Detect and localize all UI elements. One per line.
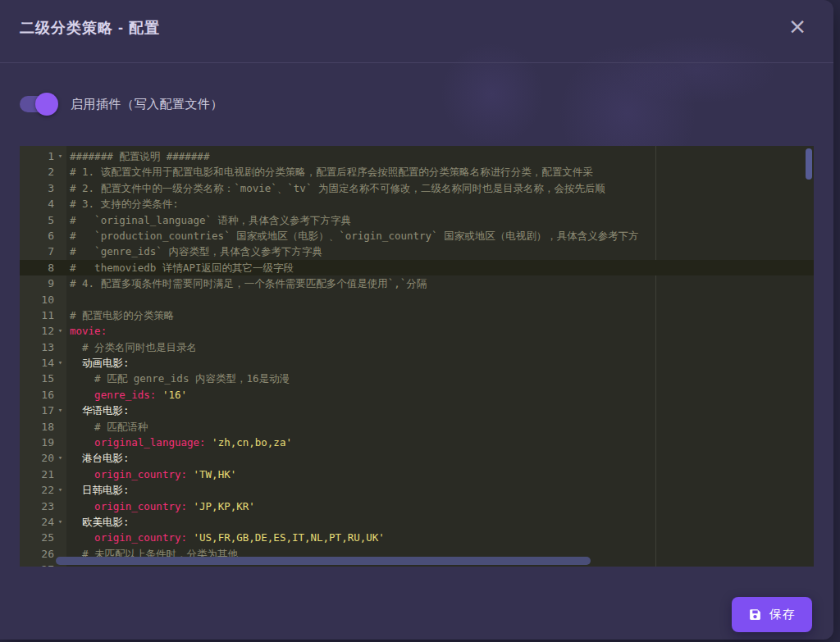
code-line[interactable]: 1▾ ####### 配置说明 ####### <box>20 148 814 164</box>
line-code: # themoviedb 详情API返回的其它一级字段 <box>66 260 814 275</box>
line-code: # 2. 配置文件中的一级分类名称：`movie`、`tv` 为固定名称不可修改… <box>66 180 814 196</box>
save-button-label: 保存 <box>769 607 796 622</box>
code-line[interactable]: 25 origin_country: 'US,FR,GB,DE,ES,IT,NL… <box>20 530 814 545</box>
line-number: 3 <box>20 180 54 196</box>
code-line[interactable]: 5 # `original_language` 语种，具体含义参考下方字典 <box>20 212 814 228</box>
save-icon <box>748 608 762 622</box>
line-code <box>66 292 814 307</box>
line-code: origin_country: 'US,FR,GB,DE,ES,IT,NL,PT… <box>66 530 814 545</box>
code-line[interactable]: 4 # 3. 支持的分类条件: <box>20 196 814 212</box>
line-number: 9 <box>20 275 54 291</box>
line-number: 4 <box>20 196 54 212</box>
horizontal-scrollbar[interactable] <box>56 557 591 565</box>
line-code: # 1. 该配置文件用于配置电影和电视剧的分类策略，配置后程序会按照配置的分类策… <box>66 164 814 180</box>
line-number: 26 <box>20 546 54 562</box>
dialog-title: 二级分类策略 - 配置 <box>20 18 160 38</box>
line-number: 18 <box>20 419 54 435</box>
line-number: 14 <box>20 355 54 371</box>
toggle-thumb <box>35 93 58 116</box>
code-line[interactable]: 13 # 分类名同时也是目录名 <box>20 339 814 355</box>
line-code: # `genre_ids` 内容类型，具体含义参考下方字典 <box>66 244 814 259</box>
config-dialog: 二级分类策略 - 配置 × 启用插件（写入配置文件） 1▾ ####### 配置… <box>0 0 833 640</box>
enable-plugin-row: 启用插件（写入配置文件） <box>20 93 223 116</box>
code-line[interactable]: 23 origin_country: 'JP,KP,KR' <box>20 499 814 514</box>
line-number: 11 <box>20 307 54 323</box>
line-code: 欧美电影: <box>66 514 814 530</box>
code-line[interactable]: 10 <box>20 292 814 307</box>
fold-toggle-icon[interactable]: ▾ <box>54 514 66 530</box>
code-line[interactable]: 15 # 匹配 genre_ids 内容类型，16是动漫 <box>20 371 814 386</box>
line-number: 20 <box>20 450 54 466</box>
line-number: 12 <box>20 323 54 339</box>
line-number: 7 <box>20 244 54 259</box>
fold-toggle-icon[interactable]: ▾ <box>54 148 66 164</box>
plugin-toggle-label: 启用插件（写入配置文件） <box>71 97 223 112</box>
line-code: movie: <box>66 323 814 339</box>
line-number: 16 <box>20 387 54 403</box>
line-code: 华语电影: <box>66 403 814 418</box>
yaml-editor[interactable]: 1▾ ####### 配置说明 ####### 2 # 1. 该配置文件用于配置… <box>20 146 814 567</box>
line-number: 5 <box>20 212 54 228</box>
line-code: # 4. 配置多项条件时需要同时满足，一个条件需要匹配多个值是使用`,`分隔 <box>66 275 814 291</box>
line-code: original_language: 'zh,cn,bo,za' <box>66 435 814 450</box>
code-line[interactable]: 16 genre_ids: '16' <box>20 387 814 403</box>
code-line[interactable]: 6 # `production_countries` 国家或地区（电影）、`or… <box>20 228 814 244</box>
line-number: 13 <box>20 339 54 355</box>
fold-toggle-icon[interactable]: ▾ <box>54 403 66 418</box>
line-code: # `production_countries` 国家或地区（电影）、`orig… <box>66 228 814 244</box>
line-number: 21 <box>20 467 54 482</box>
line-code: # 配置电影的分类策略 <box>66 307 814 323</box>
code-line[interactable]: 3 # 2. 配置文件中的一级分类名称：`movie`、`tv` 为固定名称不可… <box>20 180 814 196</box>
line-code: # 3. 支持的分类条件: <box>66 196 814 212</box>
close-icon[interactable]: × <box>784 13 810 39</box>
code-line[interactable]: 9 # 4. 配置多项条件时需要同时满足，一个条件需要匹配多个值是使用`,`分隔 <box>20 275 814 291</box>
code-line[interactable]: 2 # 1. 该配置文件用于配置电影和电视剧的分类策略，配置后程序会按照配置的分… <box>20 164 814 180</box>
fold-toggle-icon[interactable]: ▾ <box>54 482 66 498</box>
dialog-header: 二级分类策略 - 配置 × <box>0 0 833 63</box>
code-line[interactable]: 18 # 匹配语种 <box>20 419 814 435</box>
code-line[interactable]: 22▾ 日韩电影: <box>20 482 814 498</box>
line-number: 24 <box>20 514 54 530</box>
line-number: 1 <box>20 148 54 164</box>
line-code: origin_country: 'JP,KP,KR' <box>66 499 814 514</box>
line-number: 17 <box>20 403 54 418</box>
fold-toggle-icon[interactable]: ▾ <box>54 323 66 339</box>
line-code: 动画电影: <box>66 355 814 371</box>
fold-toggle-icon[interactable]: ▾ <box>54 450 66 466</box>
code-line[interactable]: 8 # themoviedb 详情API返回的其它一级字段 <box>20 260 814 275</box>
code-line[interactable]: 12▾ movie: <box>20 323 814 339</box>
save-button[interactable]: 保存 <box>732 597 812 632</box>
line-number: 23 <box>20 499 54 514</box>
plugin-toggle[interactable] <box>20 96 56 112</box>
line-code: ####### 配置说明 ####### <box>66 148 814 164</box>
code-line[interactable]: 21 origin_country: 'TW,HK' <box>20 467 814 482</box>
line-code: 港台电影: <box>66 450 814 466</box>
code-line[interactable]: 24▾ 欧美电影: <box>20 514 814 530</box>
line-code: 日韩电影: <box>66 482 814 498</box>
line-code: # 分类名同时也是目录名 <box>66 339 814 355</box>
line-number: 22 <box>20 482 54 498</box>
code-line[interactable]: 7 # `genre_ids` 内容类型，具体含义参考下方字典 <box>20 244 814 259</box>
vertical-scrollbar[interactable] <box>806 148 812 180</box>
code-line[interactable]: 14▾ 动画电影: <box>20 355 814 371</box>
line-code: # `original_language` 语种，具体含义参考下方字典 <box>66 212 814 228</box>
fold-toggle-icon[interactable]: ▾ <box>54 355 66 371</box>
line-number: 25 <box>20 530 54 545</box>
code-line[interactable]: 17▾ 华语电影: <box>20 403 814 418</box>
editor-lines: 1▾ ####### 配置说明 ####### 2 # 1. 该配置文件用于配置… <box>20 148 814 567</box>
line-number: 8 <box>20 260 54 275</box>
line-code: # 匹配 genre_ids 内容类型，16是动漫 <box>66 371 814 386</box>
line-code: # 匹配语种 <box>66 419 814 435</box>
line-number: 6 <box>20 228 54 244</box>
code-line[interactable]: 20▾ 港台电影: <box>20 450 814 466</box>
line-number: 19 <box>20 435 54 450</box>
line-code: genre_ids: '16' <box>66 387 814 403</box>
code-line[interactable]: 19 original_language: 'zh,cn,bo,za' <box>20 435 814 450</box>
line-number: 27 <box>20 562 54 567</box>
line-number: 10 <box>20 292 54 307</box>
line-number: 2 <box>20 164 54 180</box>
line-number: 15 <box>20 371 54 386</box>
line-code: origin_country: 'TW,HK' <box>66 467 814 482</box>
code-line[interactable]: 11 # 配置电影的分类策略 <box>20 307 814 323</box>
